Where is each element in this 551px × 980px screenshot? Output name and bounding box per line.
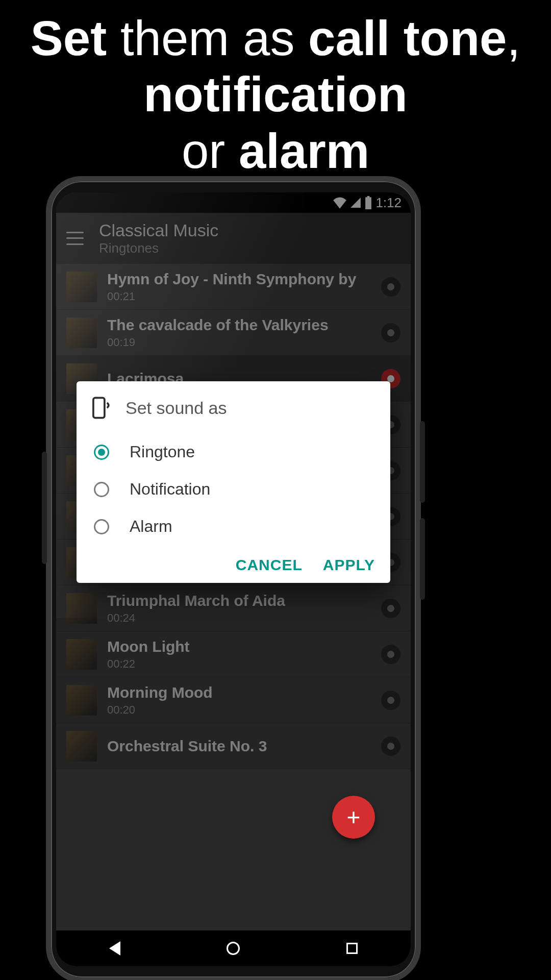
radio-icon xyxy=(94,519,109,534)
add-fab[interactable]: + xyxy=(332,796,375,839)
radio-icon xyxy=(94,445,109,460)
sound-option[interactable]: Notification xyxy=(92,471,375,508)
phone-screen: 1:12 Classical Music Ringtones Hymn of J… xyxy=(56,192,411,966)
option-label: Notification xyxy=(130,480,210,499)
cancel-button[interactable]: CANCEL xyxy=(236,556,303,574)
nav-back-icon[interactable] xyxy=(109,941,120,955)
phone-frame: 1:12 Classical Music Ringtones Hymn of J… xyxy=(46,176,421,980)
nav-home-icon[interactable] xyxy=(227,942,240,955)
phone-ring-icon xyxy=(92,397,112,419)
sound-option[interactable]: Ringtone xyxy=(92,433,375,471)
set-sound-dialog: Set sound as RingtoneNotificationAlarm C… xyxy=(77,381,390,583)
svg-rect-2 xyxy=(93,398,105,418)
dialog-title: Set sound as xyxy=(126,398,227,418)
plus-icon: + xyxy=(347,803,361,831)
android-nav-bar xyxy=(56,930,411,966)
sound-option[interactable]: Alarm xyxy=(92,508,375,545)
option-label: Ringtone xyxy=(130,443,195,461)
promo-headline: Set them as call tone, notification or a… xyxy=(0,0,551,179)
nav-recent-icon[interactable] xyxy=(346,943,358,954)
radio-icon xyxy=(94,482,109,497)
apply-button[interactable]: APPLY xyxy=(323,556,375,574)
option-label: Alarm xyxy=(130,517,172,536)
